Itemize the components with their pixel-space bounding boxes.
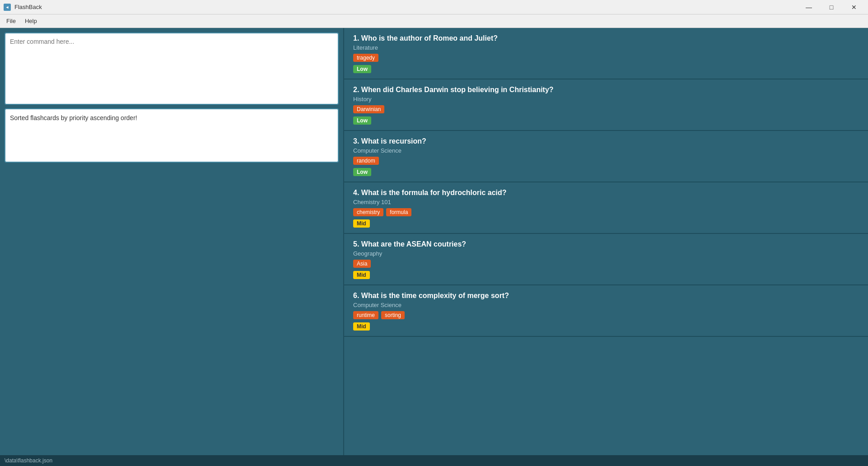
flashcard-tags: chemistryformula: [353, 208, 859, 216]
flashcard-tags: random: [353, 157, 859, 165]
flashcard-tags: runtimesorting: [353, 311, 859, 319]
flashcard-title: 2. When did Charles Darwin stop believin…: [353, 86, 859, 94]
flashcard-category: Computer Science: [353, 302, 859, 308]
main-content: Sorted flashcards by priority ascending …: [0, 28, 868, 455]
menu-help[interactable]: Help: [20, 16, 42, 26]
status-text: \data\flashback.json: [5, 457, 52, 464]
title-bar-left: ◄ FlashBack: [4, 4, 42, 11]
flashcard-title: 3. What is recursion?: [353, 137, 859, 145]
menu-bar: File Help: [0, 14, 868, 28]
priority-badge: Mid: [353, 271, 370, 279]
flashcard-tags: Darwinian: [353, 105, 859, 113]
tag: chemistry: [353, 208, 383, 216]
app-title: FlashBack: [14, 4, 42, 10]
flashcard-title: 5. What are the ASEAN coutries?: [353, 240, 859, 248]
flashcard-title: 4. What is the formula for hydrochloric …: [353, 189, 859, 197]
flashcard-item[interactable]: 4. What is the formula for hydrochloric …: [344, 182, 868, 234]
tag: formula: [386, 208, 411, 216]
tag: Darwinian: [353, 105, 384, 113]
tag: random: [353, 157, 379, 165]
flashcard-category: Geography: [353, 250, 859, 257]
flashcard-category: Computer Science: [353, 147, 859, 154]
flashcard-item[interactable]: 3. What is recursion?Computer Scienceran…: [344, 131, 868, 182]
menu-file[interactable]: File: [2, 16, 20, 26]
empty-area: [5, 166, 339, 451]
flashcard-item[interactable]: 1. Who is the author of Romeo and Juliet…: [344, 28, 868, 79]
priority-badge: Mid: [353, 322, 370, 331]
tag: runtime: [353, 311, 378, 319]
close-button[interactable]: ✕: [844, 0, 864, 14]
flashcard-title: 1. Who is the author of Romeo and Juliet…: [353, 34, 859, 42]
status-bar: \data\flashback.json: [0, 455, 868, 466]
priority-badge: Low: [353, 65, 371, 73]
window-controls: — □ ✕: [798, 0, 864, 14]
priority-badge: Low: [353, 168, 371, 176]
flashcard-item[interactable]: 2. When did Charles Darwin stop believin…: [344, 79, 868, 131]
flashcard-list: 1. Who is the author of Romeo and Juliet…: [343, 28, 868, 455]
command-input-box: [5, 33, 339, 105]
flashcard-item[interactable]: 6. What is the time complexity of merge …: [344, 285, 868, 337]
flashcard-tags: Asia: [353, 260, 859, 268]
left-panel: Sorted flashcards by priority ascending …: [0, 28, 343, 455]
title-bar: ◄ FlashBack — □ ✕: [0, 0, 868, 14]
flashcard-title: 6. What is the time complexity of merge …: [353, 292, 859, 300]
flashcard-category: Chemistry 101: [353, 199, 859, 205]
tag: tragedy: [353, 54, 378, 62]
minimize-button[interactable]: —: [798, 0, 819, 14]
flashcard-item[interactable]: 5. What are the ASEAN coutries?Geography…: [344, 234, 868, 285]
tag: Asia: [353, 260, 371, 268]
flashcard-category: Literature: [353, 44, 859, 51]
maximize-button[interactable]: □: [821, 0, 842, 14]
command-input[interactable]: [10, 38, 333, 99]
output-box: Sorted flashcards by priority ascending …: [5, 108, 339, 163]
output-text: Sorted flashcards by priority ascending …: [10, 114, 137, 121]
flashcard-tags: tragedy: [353, 54, 859, 62]
app-icon: ◄: [4, 4, 11, 11]
flashcard-category: History: [353, 96, 859, 103]
priority-badge: Low: [353, 116, 371, 125]
tag: sorting: [381, 311, 405, 319]
priority-badge: Mid: [353, 219, 370, 228]
